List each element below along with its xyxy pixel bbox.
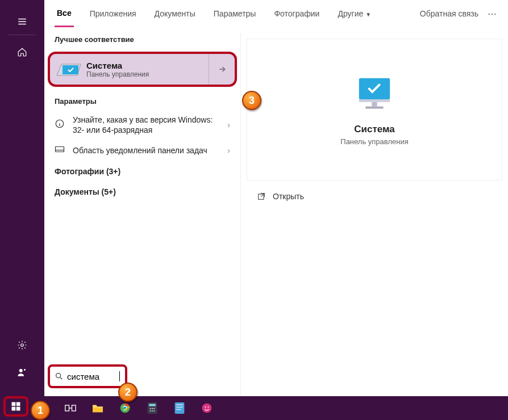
open-action[interactable]: Открыть xyxy=(241,186,508,207)
svg-point-37 xyxy=(208,406,209,408)
chevron-right-icon: › xyxy=(227,120,230,129)
preview-card: Система Панель управления xyxy=(247,39,502,180)
file-explorer-icon[interactable] xyxy=(85,398,110,418)
tab-apps[interactable]: Приложения xyxy=(88,1,139,26)
svg-rect-9 xyxy=(365,106,383,108)
svg-point-26 xyxy=(152,408,153,409)
taskbar xyxy=(0,396,508,420)
svg-rect-8 xyxy=(372,102,377,106)
svg-rect-15 xyxy=(16,407,20,411)
section-parameters: Параметры xyxy=(44,93,240,110)
callout-3: 3 xyxy=(242,91,261,110)
system-large-icon xyxy=(352,74,397,114)
search-input[interactable] xyxy=(67,372,116,381)
more-icon[interactable]: ⋯ xyxy=(488,9,498,19)
tab-other[interactable]: Другие ▼ xyxy=(335,1,373,26)
account-icon[interactable] xyxy=(9,359,36,386)
task-view-icon[interactable] xyxy=(58,398,83,418)
expand-arrow-icon[interactable] xyxy=(209,54,235,85)
info-icon xyxy=(55,119,65,131)
svg-point-1 xyxy=(19,369,23,372)
start-sidebar xyxy=(0,0,44,420)
gear-icon[interactable] xyxy=(9,331,36,359)
svg-rect-31 xyxy=(175,402,185,414)
home-icon[interactable] xyxy=(9,39,36,66)
svg-point-35 xyxy=(202,404,212,413)
svg-point-27 xyxy=(153,408,155,409)
app-icon[interactable] xyxy=(194,398,219,418)
svg-rect-32 xyxy=(176,404,183,405)
preview-title: Система xyxy=(354,124,395,135)
hamburger-icon[interactable] xyxy=(9,8,36,35)
svg-point-30 xyxy=(153,410,155,411)
system-icon xyxy=(56,58,83,80)
feedback-link[interactable]: Обратная связь xyxy=(420,9,478,18)
open-label: Открыть xyxy=(273,192,304,201)
tab-photos[interactable]: Фотографии xyxy=(272,1,322,26)
svg-rect-33 xyxy=(176,407,183,408)
open-icon xyxy=(257,192,266,201)
list-item-label: Узнайте, какая у вас версия Windows: 32-… xyxy=(73,115,219,135)
svg-rect-34 xyxy=(176,409,181,410)
svg-point-0 xyxy=(21,344,24,347)
svg-point-2 xyxy=(24,369,26,371)
svg-rect-14 xyxy=(12,407,16,411)
svg-point-25 xyxy=(150,408,151,409)
result-subtitle: Панель управления xyxy=(86,70,209,78)
summary-docs[interactable]: Документы (5+) xyxy=(44,182,240,202)
list-item[interactable]: Область уведомлений панели задач › xyxy=(44,140,240,161)
list-item-label: Область уведомлений панели задач xyxy=(73,145,219,156)
svg-rect-12 xyxy=(12,402,16,406)
search-icon xyxy=(55,372,64,381)
tab-settings[interactable]: Параметры xyxy=(211,1,259,26)
svg-point-36 xyxy=(205,406,206,408)
preview-subtitle: Панель управления xyxy=(340,137,408,146)
search-tabs: Все Приложения Документы Параметры Фотог… xyxy=(44,0,508,27)
notepad-icon[interactable] xyxy=(167,398,192,418)
list-item[interactable]: Узнайте, какая у вас версия Windows: 32-… xyxy=(44,110,240,140)
svg-rect-7 xyxy=(359,99,390,102)
calculator-icon[interactable] xyxy=(140,398,165,418)
svg-rect-3 xyxy=(63,65,78,74)
section-best-match: Лучшее соответствие xyxy=(44,31,240,48)
chevron-right-icon: › xyxy=(227,146,230,155)
tab-docs[interactable]: Документы xyxy=(152,1,198,26)
search-box[interactable] xyxy=(48,364,127,388)
results-column: Лучшее соответствие Система Панель управ… xyxy=(44,27,240,420)
svg-rect-5 xyxy=(56,147,64,152)
svg-rect-18 xyxy=(72,405,76,411)
svg-rect-13 xyxy=(16,402,20,406)
svg-point-28 xyxy=(150,410,151,411)
taskbar-area-icon xyxy=(55,144,65,157)
svg-point-11 xyxy=(56,373,61,378)
svg-rect-19 xyxy=(93,408,103,412)
svg-point-29 xyxy=(152,410,153,411)
summary-photos[interactable]: Фотографии (3+) xyxy=(44,161,240,182)
callout-1: 1 xyxy=(31,401,50,420)
svg-rect-24 xyxy=(149,404,156,406)
svg-rect-17 xyxy=(65,405,69,411)
callout-2: 2 xyxy=(118,383,138,402)
result-title: Система xyxy=(86,61,209,70)
best-match-result[interactable]: Система Панель управления xyxy=(48,52,237,87)
tab-all[interactable]: Все xyxy=(55,1,74,27)
preview-column: Система Панель управления Открыть xyxy=(240,33,508,420)
start-button[interactable] xyxy=(3,396,28,417)
